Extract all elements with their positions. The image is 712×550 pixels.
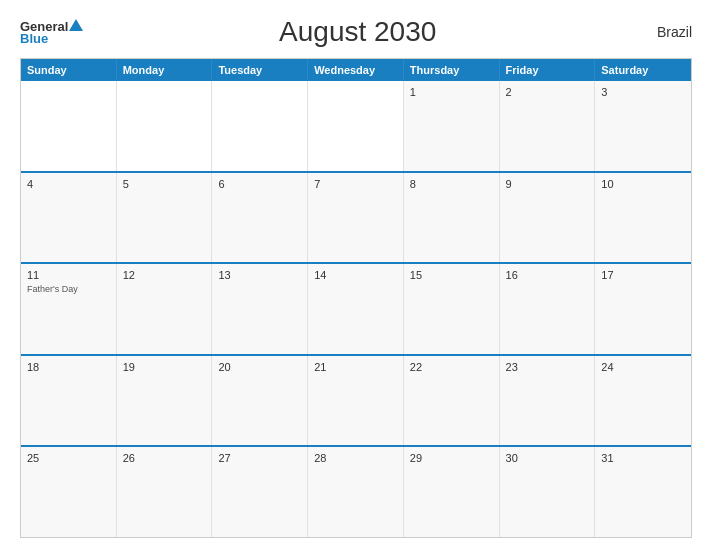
calendar-day [212, 81, 308, 171]
calendar-day: 20 [212, 356, 308, 446]
day-number: 10 [601, 178, 685, 190]
calendar-day: 29 [404, 447, 500, 537]
day-number: 31 [601, 452, 685, 464]
calendar-day: 13 [212, 264, 308, 354]
calendar-day: 30 [500, 447, 596, 537]
day-number: 11 [27, 269, 110, 281]
calendar-week-2: 45678910 [21, 171, 691, 263]
day-number: 1 [410, 86, 493, 98]
day-number: 14 [314, 269, 397, 281]
calendar-day: 22 [404, 356, 500, 446]
calendar-day: 2 [500, 81, 596, 171]
calendar-day: 16 [500, 264, 596, 354]
day-number: 5 [123, 178, 206, 190]
calendar-day: 6 [212, 173, 308, 263]
day-of-week-sunday: Sunday [21, 59, 117, 81]
day-of-week-saturday: Saturday [595, 59, 691, 81]
day-number: 26 [123, 452, 206, 464]
calendar-week-4: 18192021222324 [21, 354, 691, 446]
day-number: 15 [410, 269, 493, 281]
calendar-day: 9 [500, 173, 596, 263]
calendar-body: 1234567891011Father's Day121314151617181… [21, 81, 691, 537]
calendar-day: 28 [308, 447, 404, 537]
calendar-week-1: 123 [21, 81, 691, 171]
calendar-day: 1 [404, 81, 500, 171]
calendar-day: 27 [212, 447, 308, 537]
day-number: 21 [314, 361, 397, 373]
calendar-day [117, 81, 213, 171]
header: General Blue August 2030 Brazil [20, 16, 692, 48]
logo: General Blue [20, 19, 83, 45]
day-number: 7 [314, 178, 397, 190]
day-number: 6 [218, 178, 301, 190]
calendar-day: 25 [21, 447, 117, 537]
day-of-week-tuesday: Tuesday [212, 59, 308, 81]
day-number: 8 [410, 178, 493, 190]
calendar-day: 12 [117, 264, 213, 354]
day-event: Father's Day [27, 284, 110, 294]
calendar-week-5: 25262728293031 [21, 445, 691, 537]
calendar-header: SundayMondayTuesdayWednesdayThursdayFrid… [21, 59, 691, 81]
calendar-day: 3 [595, 81, 691, 171]
calendar-day: 21 [308, 356, 404, 446]
day-number: 29 [410, 452, 493, 464]
calendar-week-3: 11Father's Day121314151617 [21, 262, 691, 354]
day-of-week-wednesday: Wednesday [308, 59, 404, 81]
day-number: 13 [218, 269, 301, 281]
day-number: 3 [601, 86, 685, 98]
day-of-week-friday: Friday [500, 59, 596, 81]
day-number: 4 [27, 178, 110, 190]
calendar-day: 17 [595, 264, 691, 354]
day-of-week-monday: Monday [117, 59, 213, 81]
calendar-title: August 2030 [83, 16, 632, 48]
day-number: 27 [218, 452, 301, 464]
day-number: 9 [506, 178, 589, 190]
day-number: 28 [314, 452, 397, 464]
day-of-week-thursday: Thursday [404, 59, 500, 81]
day-number: 16 [506, 269, 589, 281]
day-number: 22 [410, 361, 493, 373]
calendar-day: 31 [595, 447, 691, 537]
day-number: 20 [218, 361, 301, 373]
page: General Blue August 2030 Brazil SundayMo… [0, 0, 712, 550]
day-number: 24 [601, 361, 685, 373]
country-label: Brazil [632, 24, 692, 40]
day-number: 17 [601, 269, 685, 281]
calendar-day: 11Father's Day [21, 264, 117, 354]
calendar-day: 24 [595, 356, 691, 446]
day-number: 12 [123, 269, 206, 281]
calendar-day: 5 [117, 173, 213, 263]
day-number: 19 [123, 361, 206, 373]
calendar-day: 14 [308, 264, 404, 354]
calendar-day: 10 [595, 173, 691, 263]
day-number: 25 [27, 452, 110, 464]
calendar-day: 23 [500, 356, 596, 446]
calendar-day: 7 [308, 173, 404, 263]
day-number: 18 [27, 361, 110, 373]
calendar-day: 18 [21, 356, 117, 446]
logo-triangle-icon [69, 19, 83, 31]
calendar-day: 8 [404, 173, 500, 263]
calendar-day [21, 81, 117, 171]
day-number: 23 [506, 361, 589, 373]
calendar-day: 15 [404, 264, 500, 354]
calendar-day [308, 81, 404, 171]
day-number: 30 [506, 452, 589, 464]
logo-blue-text: Blue [20, 32, 48, 45]
calendar: SundayMondayTuesdayWednesdayThursdayFrid… [20, 58, 692, 538]
calendar-day: 26 [117, 447, 213, 537]
calendar-day: 4 [21, 173, 117, 263]
day-number: 2 [506, 86, 589, 98]
calendar-day: 19 [117, 356, 213, 446]
